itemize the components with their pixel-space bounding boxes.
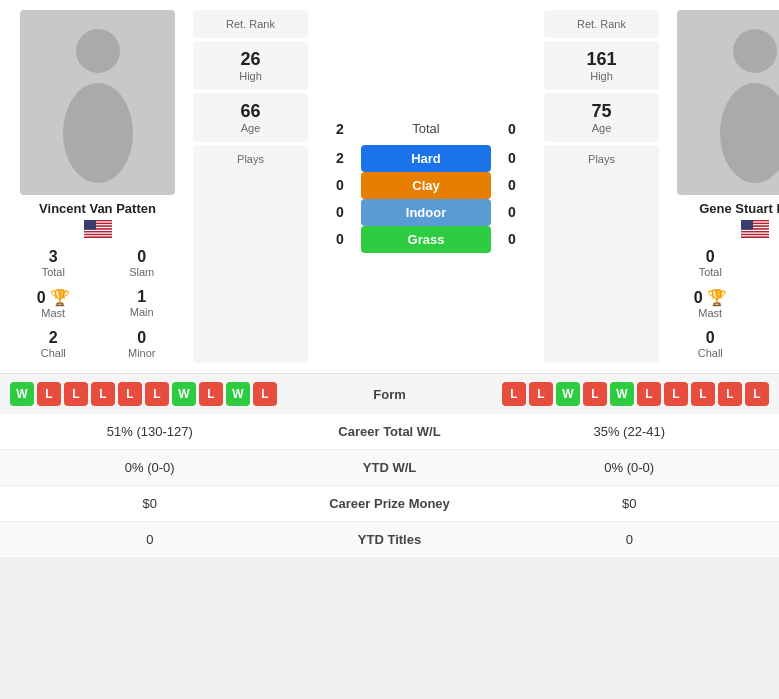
left-mid-stats: Ret. Rank 26 High 66 Age Plays [193, 10, 308, 363]
left-age-label: Age [201, 122, 300, 134]
career-stat-left-3: 0 [10, 532, 290, 547]
right-rank-box: Ret. Rank [544, 10, 659, 38]
right-form-pills: LLWLWLLLLL [436, 382, 770, 406]
left-total-stat: 3 Total [10, 244, 97, 282]
left-mast-value: 0 [37, 289, 46, 307]
left-player-name: Vincent Van Patten [39, 201, 156, 216]
svg-point-16 [733, 29, 777, 73]
total-right-score: 0 [497, 121, 527, 137]
svg-rect-12 [84, 234, 112, 235]
left-minor-stat: 0 Minor [99, 325, 186, 363]
right-total-stat: 0 Total [667, 244, 754, 282]
right-slam-label: Slam [758, 266, 780, 278]
svg-rect-15 [84, 220, 96, 230]
left-mast-stat: 0 🏆 Mast [10, 284, 97, 323]
career-stat-row-3: 0 YTD Titles 0 [0, 522, 779, 558]
right-age-value: 75 [552, 101, 651, 122]
career-stat-right-3: 0 [490, 532, 770, 547]
court-left-score: 2 [325, 150, 355, 166]
form-pill-l: L [529, 382, 553, 406]
total-row: 2 Total 0 [316, 121, 536, 137]
career-stat-row-0: 51% (130-127) Career Total W/L 35% (22-4… [0, 414, 779, 450]
left-age-box: 66 Age [193, 93, 308, 142]
right-slam-value: 0 [758, 248, 780, 266]
left-slam-label: Slam [101, 266, 184, 278]
left-form-pills: WLLLLLWLWL [10, 382, 344, 406]
right-minor-stat: 0 Minor [756, 325, 780, 363]
svg-rect-27 [741, 232, 769, 233]
court-row-grass: 0 Grass 0 [316, 226, 536, 253]
career-stat-label-0: Career Total W/L [290, 424, 490, 439]
court-row-indoor: 0 Indoor 0 [316, 199, 536, 226]
right-mast-stat: 0 🏆 Mast [667, 284, 754, 323]
form-pill-l: L [64, 382, 88, 406]
left-chall-label: Chall [12, 347, 95, 359]
main-container: Vincent Van Patten [0, 0, 779, 558]
court-row-hard: 2 Hard 0 [316, 145, 536, 172]
form-label: Form [350, 387, 430, 402]
court-left-score: 0 [325, 177, 355, 193]
left-main-stat: 1 Main [99, 284, 186, 323]
right-minor-value: 0 [758, 329, 780, 347]
left-age-value: 66 [201, 101, 300, 122]
form-pill-l: L [637, 382, 661, 406]
left-rank-box: Ret. Rank [193, 10, 308, 38]
svg-rect-31 [741, 220, 753, 230]
svg-rect-11 [84, 232, 112, 233]
career-stat-left-2: $0 [10, 496, 290, 511]
court-left-score: 0 [325, 231, 355, 247]
svg-point-1 [63, 83, 133, 183]
left-chall-stat: 2 Chall [10, 325, 97, 363]
svg-rect-26 [741, 231, 769, 232]
total-label: Total [361, 121, 491, 136]
svg-rect-13 [84, 235, 112, 236]
form-pill-w: W [226, 382, 250, 406]
right-mast-row: 0 🏆 [669, 288, 752, 307]
right-plays-label: Plays [552, 153, 651, 165]
svg-rect-25 [741, 230, 769, 231]
left-minor-value: 0 [101, 329, 184, 347]
right-mid-stats: Ret. Rank 161 High 75 Age Plays [544, 10, 659, 363]
career-stat-label-1: YTD W/L [290, 460, 490, 475]
form-pill-l: L [745, 382, 769, 406]
form-pill-l: L [145, 382, 169, 406]
svg-point-17 [720, 83, 780, 183]
court-badge-indoor: Indoor [361, 199, 491, 226]
right-trophy-icon: 🏆 [707, 288, 727, 307]
court-right-score: 0 [497, 231, 527, 247]
court-left-score: 0 [325, 204, 355, 220]
right-main-value: 0 [758, 288, 780, 306]
svg-rect-14 [84, 237, 112, 238]
right-main-stat: 0 Main [756, 284, 780, 323]
right-total-label: Total [669, 266, 752, 278]
left-minor-label: Minor [101, 347, 184, 359]
left-chall-value: 2 [12, 329, 95, 347]
right-age-box: 75 Age [544, 93, 659, 142]
career-stat-left-1: 0% (0-0) [10, 460, 290, 475]
form-section: WLLLLLWLWL Form LLWLWLLLLL [0, 373, 779, 414]
right-chall-stat: 0 Chall [667, 325, 754, 363]
court-right-score: 0 [497, 177, 527, 193]
form-pill-l: L [199, 382, 223, 406]
form-pill-w: W [172, 382, 196, 406]
left-total-label: Total [12, 266, 95, 278]
career-stat-right-0: 35% (22-41) [490, 424, 770, 439]
form-pill-l: L [91, 382, 115, 406]
form-pill-l: L [37, 382, 61, 406]
left-mast-label: Mast [12, 307, 95, 319]
court-badge-clay: Clay [361, 172, 491, 199]
right-high-box: 161 High [544, 41, 659, 90]
right-minor-label: Minor [758, 347, 780, 359]
right-plays-box: Plays [544, 145, 659, 363]
left-main-value: 1 [101, 288, 184, 306]
right-player-flag [741, 220, 769, 238]
right-player-stats: 0 Total 0 Slam 0 🏆 Mast 0 Main [667, 244, 779, 363]
court-rows-container: 2 Hard 0 0 Clay 0 0 Indoor 0 0 Grass 0 [316, 145, 536, 253]
career-stat-label-3: YTD Titles [290, 532, 490, 547]
left-high-value: 26 [201, 49, 300, 70]
form-pill-w: W [610, 382, 634, 406]
court-badge-hard: Hard [361, 145, 491, 172]
left-high-label: High [201, 70, 300, 82]
total-left-score: 2 [325, 121, 355, 137]
court-section: 2 Total 0 2 Hard 0 0 Clay 0 0 Indoor 0 0… [316, 10, 536, 363]
